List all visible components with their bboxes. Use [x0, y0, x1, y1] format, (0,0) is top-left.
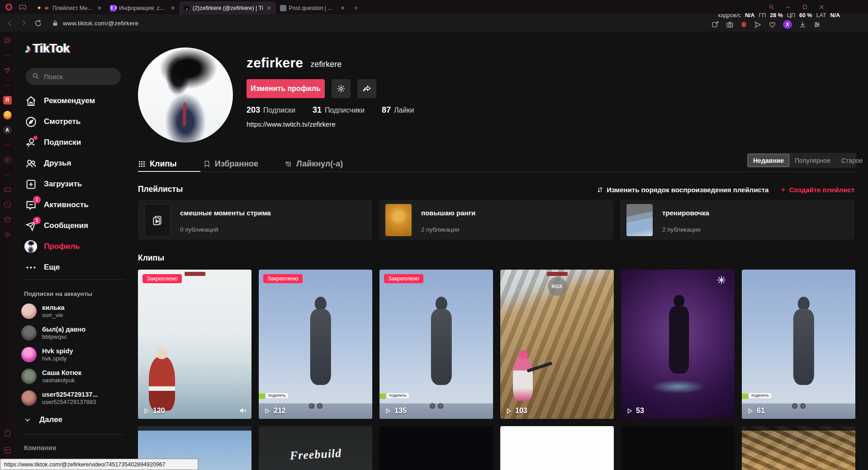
view-count: 135 — [394, 407, 407, 415]
app-a-icon[interactable]: A — [3, 126, 12, 134]
mail-icon[interactable] — [3, 111, 12, 119]
video-card[interactable] — [621, 426, 735, 470]
lock-icon[interactable] — [52, 20, 58, 27]
tab-videos[interactable]: Клипы — [138, 156, 177, 171]
twitch-favicon-icon — [110, 5, 116, 11]
devices-icon[interactable] — [3, 185, 12, 194]
video-card[interactable] — [379, 426, 493, 470]
tab-close-icon[interactable]: ✕ — [267, 5, 271, 11]
settings-gear-icon[interactable] — [3, 230, 12, 239]
address-text[interactable]: www.tiktok.com/@zefirkere — [63, 20, 138, 27]
video-card[interactable]: Закреплено 120 — [138, 270, 251, 419]
tab-tiktok-active[interactable]: ♪ (2)zefirkere (@zefirkere) | Ti ✕ — [180, 2, 275, 14]
video-card[interactable]: Закреплено ПОДАРИТЬ ‹› 135 — [379, 270, 493, 419]
video-card[interactable]: Freebuild — [259, 426, 372, 470]
account-item[interactable]: user5254729137...user5254729137883 — [21, 387, 128, 409]
player-icon[interactable] — [3, 156, 12, 164]
tab-favorites[interactable]: Избранное — [203, 156, 258, 171]
downloads-icon[interactable] — [799, 21, 806, 28]
sort-popular[interactable]: Популярное — [789, 154, 836, 167]
tab-close-icon[interactable]: ✕ — [171, 5, 175, 11]
tiktok-logo[interactable]: ♪ TikTok — [25, 42, 70, 56]
see-more-button[interactable]: Далее — [24, 415, 62, 424]
search-input[interactable] — [26, 68, 121, 85]
sidebar-item-label: Подписки — [44, 138, 81, 147]
sidebar-item-following[interactable]: Подписки — [21, 132, 125, 153]
account-name: килька — [42, 304, 65, 312]
account-item[interactable]: Саша Котюкsashakotyuk — [21, 366, 128, 387]
account-item[interactable]: был(а) давноbbtpwqxc — [21, 322, 128, 344]
stat-following[interactable]: 203Подписки — [247, 105, 295, 115]
opera-logo-icon[interactable] — [5, 4, 12, 10]
sidebar-setup-icon[interactable] — [813, 21, 821, 28]
playlist-count: 0 публикаций — [180, 226, 218, 233]
account-item[interactable]: килькаsorr_vie — [21, 300, 128, 322]
thumbnail-figure — [790, 297, 817, 396]
yandex-icon[interactable]: Я — [3, 96, 12, 104]
share-profile-button[interactable] — [357, 79, 376, 98]
extensions-box-icon[interactable] — [3, 215, 12, 224]
sidebar-item-profile[interactable]: Профиль — [21, 236, 125, 257]
notification-dot — [33, 136, 38, 140]
tab-title: Post question | Alumenato — [289, 5, 337, 11]
adblock-shield-icon[interactable] — [740, 21, 747, 28]
tab-alumenator[interactable]: Post question | Alumenato ✕ — [276, 2, 349, 14]
tab-playlist[interactable]: ✦ Плейлист Мне нравит ✕ — [33, 2, 105, 14]
window-close-icon[interactable] — [819, 4, 825, 10]
favorites-heart-icon[interactable] — [768, 21, 776, 28]
profile-avatar-large[interactable] — [138, 47, 233, 142]
forward-icon[interactable] — [20, 19, 27, 27]
tab-liked[interactable]: Лайкнул(-а) — [285, 156, 343, 171]
playlist-card[interactable]: тренировочка 2 публикации — [620, 200, 854, 240]
video-card[interactable]: 53 — [621, 270, 735, 419]
sidebar-item-messages[interactable]: 1 Сообщения — [21, 215, 125, 236]
back-icon[interactable] — [6, 19, 14, 27]
edit-profile-button[interactable]: Изменить профиль — [247, 79, 325, 98]
video-card[interactable]: ПОДАРИТЬ ‹› 61 — [742, 270, 855, 419]
history-clock-icon[interactable] — [3, 200, 12, 209]
sort-oldest[interactable]: Старое — [836, 154, 868, 167]
stat-followers[interactable]: 31Подписчики — [313, 105, 365, 115]
video-card[interactable] — [742, 426, 855, 470]
reload-icon[interactable] — [34, 19, 42, 27]
window-search-icon[interactable] — [768, 4, 774, 10]
flow-send-icon[interactable] — [754, 21, 762, 28]
sort-recent[interactable]: Недавние — [748, 154, 789, 167]
sidebar-item-label: Загрузить — [44, 180, 82, 189]
panel-bookmarks-icon[interactable] — [3, 429, 12, 437]
sidebar-item-more[interactable]: Еще — [21, 257, 125, 278]
sidebar-item-upload[interactable]: Загрузить — [21, 174, 125, 195]
profile-settings-button[interactable] — [332, 79, 351, 98]
window-minimize-icon[interactable] — [785, 4, 791, 10]
window-maximize-icon[interactable] — [802, 4, 808, 10]
mute-icon[interactable] — [239, 407, 247, 414]
new-tab-button[interactable]: + — [354, 4, 359, 13]
playlist-card[interactable]: смешные моменты стрима 0 публикаций — [138, 200, 372, 240]
account-item[interactable]: Hvk spidyhvk.spidy — [21, 344, 128, 366]
tab-close-icon[interactable]: ✕ — [341, 5, 345, 11]
messages-send-icon: 1 — [24, 219, 38, 233]
video-card[interactable]: ТЫ ЗВОНИЛ НА ЭТО — [500, 426, 614, 470]
snapshot-icon[interactable] — [711, 21, 719, 28]
panel-pinboard-icon[interactable] — [3, 446, 12, 455]
video-card[interactable]: RGX 103 — [500, 270, 614, 419]
video-card[interactable]: Закреплено ПОДАРИТЬ ‹› 212 — [259, 270, 372, 419]
sidebar-item-explore[interactable]: Смотреть — [21, 111, 125, 132]
gx-corner-icon[interactable] — [19, 4, 27, 10]
playlist-card[interactable]: повышаю ранги 2 публикации — [379, 200, 613, 240]
footer-link-company[interactable]: Компания — [24, 444, 56, 451]
workspaces-icon[interactable] — [3, 36, 12, 45]
pickaxe-icon[interactable] — [3, 66, 12, 75]
reorder-playlists-button[interactable]: Изменить порядок воспроизведения плейлис… — [597, 186, 768, 194]
extension-avatar-badge[interactable]: X — [783, 20, 792, 29]
tab-close-icon[interactable]: ✕ — [97, 5, 102, 11]
stat-likes[interactable]: 87Лайки — [382, 105, 414, 115]
tab-twitch[interactable]: Информация: zefirkere - T ✕ — [106, 2, 179, 14]
sidebar-item-friends[interactable]: Друзья — [21, 153, 125, 174]
sidebar-item-for-you[interactable]: Рекомендуем — [21, 90, 125, 111]
tab-audio-icon[interactable] — [44, 5, 50, 11]
create-playlist-button[interactable]: Создайте плейлист — [780, 186, 854, 194]
sidebar-item-activity[interactable]: 1 Активность — [21, 195, 125, 215]
camera-icon[interactable] — [726, 21, 734, 28]
profile-bio-link[interactable]: https://www.twitch.tv/zefirkere — [247, 120, 336, 128]
